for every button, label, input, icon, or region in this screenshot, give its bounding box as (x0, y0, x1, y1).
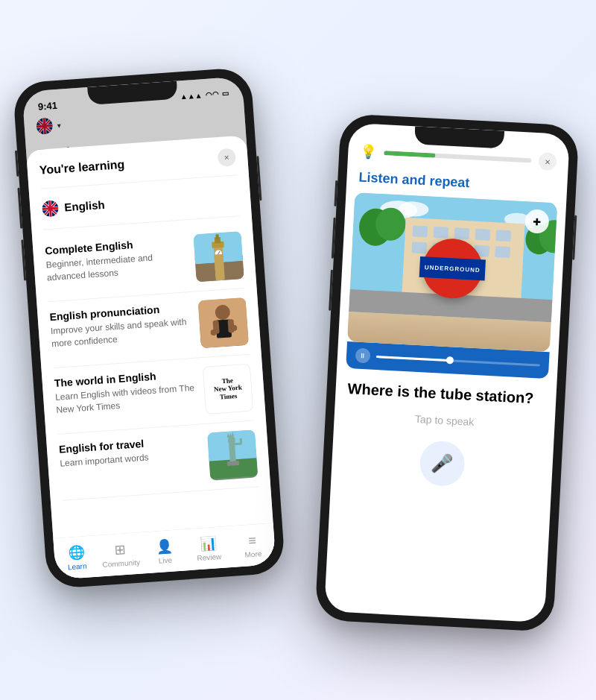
power-button2 (572, 215, 577, 259)
svg-rect-58 (475, 228, 490, 240)
volume-up-button (17, 187, 22, 228)
course-info: The world in English Learn English with … (54, 367, 197, 416)
mic-button[interactable]: 🎤 (419, 440, 466, 487)
nav-label-live: Live (158, 555, 172, 564)
bottom-navigation: 🌐 Learn ⊞ Community 👤 Live 📊 Review (53, 523, 276, 580)
progress-bar-container (384, 151, 531, 163)
pause-button[interactable]: ⏸ (355, 347, 371, 363)
review-icon: 📊 (200, 535, 217, 552)
course-info: English pronunciation Improve your skill… (49, 300, 193, 350)
underground-image: UNDERGROUND ✚ (347, 192, 557, 352)
nav-item-learn[interactable]: 🌐 Learn (53, 535, 100, 579)
bookmark-icon: ✚ (533, 215, 542, 227)
nav-label-more: More (244, 549, 262, 558)
svg-rect-27 (216, 258, 218, 261)
mic-icon: 🎤 (431, 453, 454, 475)
nav-item-review[interactable]: 📊 Review (186, 526, 232, 570)
svg-rect-23 (215, 233, 218, 238)
course-info: English for travel Learn important words (58, 433, 201, 470)
community-icon: ⊞ (114, 540, 126, 558)
phones-container: 9:41 ▲▲▲ ◠◠ ▭ (15, 30, 581, 671)
audio-progress-fill (376, 355, 450, 361)
audio-progress-bar[interactable] (376, 355, 540, 366)
learn-icon: 🌐 (68, 543, 85, 561)
pause-icon: ⏸ (359, 351, 367, 359)
course-info: Complete English Beginner, intermediate … (45, 234, 188, 283)
language-section-header: English (41, 180, 239, 222)
phone1-screen: 9:41 ▲▲▲ ◠◠ ▭ (22, 76, 276, 579)
power-button (256, 156, 261, 201)
bulb-icon: 💡 (360, 143, 377, 160)
more-icon: ≡ (248, 532, 257, 549)
language-name: English (64, 198, 105, 214)
mic-container: 🎤 (331, 426, 554, 500)
underground-text: UNDERGROUND (425, 263, 481, 273)
live-icon: 👤 (156, 537, 173, 555)
mute-button2 (334, 180, 337, 206)
course-thumbnail-person (198, 297, 249, 347)
course-thumbnail-bigben (193, 230, 244, 281)
course-thumbnail-nyt: TheNew YorkTimes (203, 363, 253, 414)
nav-label-review: Review (197, 552, 221, 561)
course-thumbnail-statue (207, 429, 258, 480)
modal-close-button[interactable]: × (217, 148, 236, 167)
underground-sign: UNDERGROUND (421, 237, 484, 300)
nav-item-community[interactable]: ⊞ Community (97, 532, 144, 576)
language-selection-modal: You're learning × (26, 135, 276, 580)
underground-sign-bar: UNDERGROUND (419, 256, 486, 280)
nav-item-more[interactable]: ≡ More (229, 523, 276, 567)
close-button[interactable]: × (538, 152, 557, 171)
modal-header: You're learning × (39, 148, 236, 179)
course-item-travel[interactable]: English for travel Learn important words (58, 420, 259, 500)
uk-flag-modal (42, 199, 59, 216)
svg-rect-64 (495, 246, 510, 258)
phone2-screen: 💡 × Listen and repeat (324, 122, 570, 622)
audio-progress-knob[interactable] (446, 356, 454, 364)
volume-down-button2 (329, 269, 333, 310)
svg-rect-55 (412, 225, 428, 237)
svg-rect-57 (454, 227, 469, 239)
svg-rect-56 (433, 226, 448, 238)
svg-rect-59 (495, 230, 511, 242)
volume-down-button (21, 239, 26, 280)
phone1: 9:41 ▲▲▲ ◠◠ ▭ (13, 66, 286, 589)
nav-label-learn: Learn (68, 561, 87, 571)
nav-label-community: Community (102, 558, 140, 569)
nyt-logo-text: TheNew YorkTimes (213, 376, 243, 402)
modal-title: You're learning (39, 157, 125, 177)
nav-item-live[interactable]: 👤 Live (142, 529, 188, 573)
progress-bar-fill (384, 151, 436, 158)
mute-button (15, 150, 19, 176)
svg-rect-28 (220, 257, 222, 260)
volume-up-button2 (332, 217, 336, 258)
phone2: 💡 × Listen and repeat (314, 113, 579, 632)
